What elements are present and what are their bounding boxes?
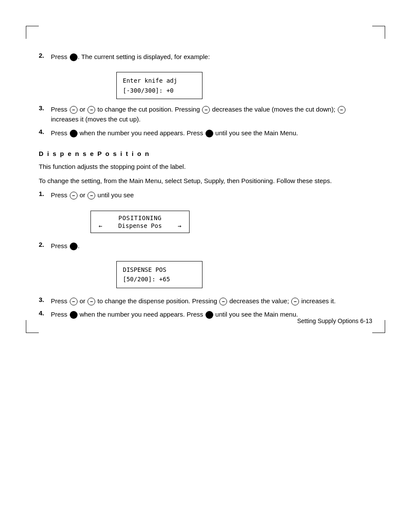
step2-number-1: 1. (39, 190, 51, 197)
step-item: 2. Press . The current setting is displa… (39, 52, 372, 62)
step-item-4: 4. Press when the number you need appear… (39, 128, 372, 138)
step2-number-3: 3. (39, 296, 51, 303)
dispense-line-2: [50/200]: +65 (123, 274, 196, 284)
step2-content-3: Press − or − to change the dispense posi… (51, 296, 372, 306)
section-title: D i s p e n s e P o s i t i o n (39, 150, 372, 157)
minus-button-icon: − (338, 106, 346, 114)
section1-steps: 2. Press . The current setting is displa… (39, 52, 372, 62)
step-text-after: . The current setting is displayed, for … (78, 53, 210, 60)
arrow-right: → (178, 222, 181, 229)
minus-button-icon: − (87, 106, 95, 114)
circle-button-icon (70, 311, 78, 319)
section2-step2: 2. Press . (39, 241, 372, 251)
section2-steps: 1. Press − or − until you see (39, 190, 372, 200)
step2-content-2: Press . (51, 241, 372, 251)
dispense-display-box: DISPENSE POS [50/200]: +65 (116, 261, 202, 288)
minus-button-icon: − (87, 192, 95, 199)
page: 2. Press . The current setting is displa… (0, 0, 411, 359)
corner-mark-bl (26, 320, 39, 333)
circle-button-icon (206, 130, 213, 137)
corner-mark-br (372, 320, 385, 333)
step2-item-3: 3. Press − or − to change the dispense p… (39, 296, 372, 306)
step-text-before: Press (51, 53, 67, 60)
step2-number-4: 4. (39, 309, 51, 317)
corner-mark-tr (372, 26, 385, 39)
corner-mark-tl (26, 26, 39, 39)
step-number-3: 3. (39, 104, 51, 112)
step2-item-2: 2. Press . (39, 241, 372, 251)
footer-text: Setting Supply Options 6-13 (297, 317, 372, 324)
circle-button-icon (70, 130, 78, 137)
step-content-4: Press when the number you need appears. … (51, 128, 372, 138)
circle-button-icon (70, 243, 78, 250)
display-line-2: [-300/300]: +0 (123, 86, 196, 95)
display-box-1: Enter knife adj [-300/300]: +0 (116, 72, 202, 99)
step-content: Press . The current setting is displayed… (51, 52, 372, 62)
minus-button-icon: − (219, 298, 227, 305)
step2-content-1: Press − or − until you see (51, 190, 372, 200)
minus-button-icon: − (202, 106, 210, 114)
positioning-row2: ← Dispense Pos → (99, 222, 181, 229)
minus-button-icon: − (87, 298, 95, 305)
minus-button-icon: − (70, 298, 78, 305)
minus-button-icon: − (291, 298, 299, 305)
section1-steps-3-4: 3. Press − or − to change the cut positi… (39, 104, 372, 138)
step-content-3: Press − or − to change the cut position.… (51, 104, 372, 124)
arrow-left: ← (99, 222, 102, 229)
circle-button-icon (70, 53, 78, 61)
para-2: To change the setting, from the Main Men… (39, 176, 372, 186)
section2-step3: 3. Press − or − to change the dispense p… (39, 296, 372, 320)
circle-button-icon (206, 311, 213, 319)
positioning-row1: POSITIONING (99, 215, 181, 221)
minus-button-icon: − (70, 106, 78, 114)
step-item-3: 3. Press − or − to change the cut positi… (39, 104, 372, 124)
display-line-1: Enter knife adj (123, 76, 196, 85)
step-number: 2. (39, 52, 51, 59)
minus-button-icon: − (70, 192, 78, 199)
dispense-position-section: D i s p e n s e P o s i t i o n This fun… (39, 150, 372, 319)
dispense-line-1: DISPENSE POS (123, 265, 196, 274)
dispense-pos-label: Dispense Pos (118, 222, 162, 229)
para-1: This function adjusts the stopping point… (39, 162, 372, 171)
positioning-box: POSITIONING ← Dispense Pos → (90, 211, 190, 233)
step2-number-2: 2. (39, 241, 51, 248)
step2-item-1: 1. Press − or − until you see (39, 190, 372, 200)
step-number-4: 4. (39, 128, 51, 135)
